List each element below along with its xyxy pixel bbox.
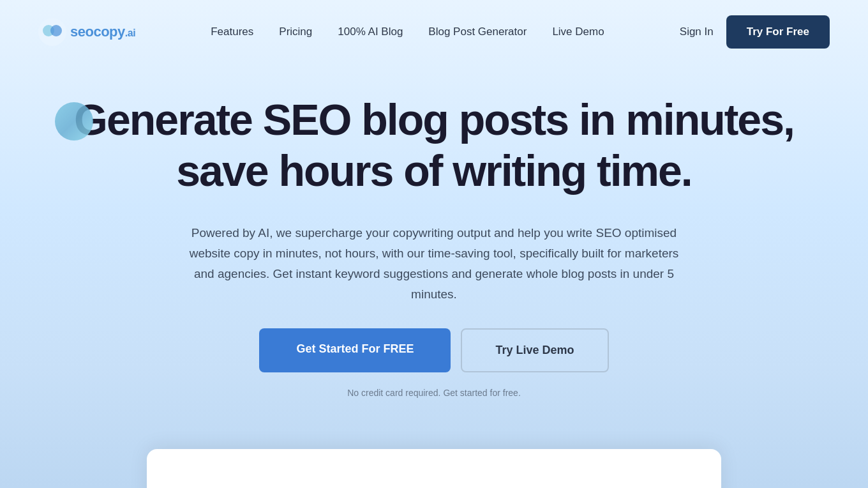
nav-link-live-demo[interactable]: Live Demo [552,26,604,38]
bottom-preview-area [0,449,868,488]
logo[interactable]: seocopy.ai [38,18,135,46]
try-live-demo-button[interactable]: Try Live Demo [461,328,608,372]
preview-card [147,449,721,488]
nav-item-ai-blog[interactable]: 100% AI Blog [338,26,403,38]
cta-buttons: Get Started For FREE Try Live Demo [51,328,817,372]
nav-link-features[interactable]: Features [211,26,253,38]
logo-text: seocopy.ai [70,24,135,40]
hero-section: Generate SEO blog posts in minutes, save… [0,64,868,449]
try-for-free-button[interactable]: Try For Free [726,15,830,49]
nav-item-live-demo[interactable]: Live Demo [552,26,604,38]
nav-link-ai-blog[interactable]: 100% AI Blog [338,26,403,38]
svg-point-2 [50,25,62,36]
hero-title-line2: save hours of writing time. [74,147,794,195]
hero-title-container: Generate SEO blog posts in minutes, save… [74,96,794,195]
nav-link-pricing[interactable]: Pricing [279,26,312,38]
nav-link-blog-post-generator[interactable]: Blog Post Generator [428,26,527,38]
nav-item-blog-post-generator[interactable]: Blog Post Generator [428,26,527,38]
credit-note: No credit card required. Get started for… [51,388,817,398]
hero-title-line1: Generate SEO blog posts in minutes, [74,96,794,144]
nav-item-pricing[interactable]: Pricing [279,26,312,38]
hero-description: Powered by AI, we supercharge your copyw… [185,223,683,305]
nav-links: Features Pricing 100% AI Blog Blog Post … [211,26,604,38]
nav-right: Sign In Try For Free [680,15,830,49]
logo-icon [38,18,66,46]
hero-heading: Generate SEO blog posts in minutes, save… [74,96,794,195]
nav-item-features[interactable]: Features [211,26,253,38]
sign-in-link[interactable]: Sign In [680,26,714,38]
hero-circle-decoration [55,102,93,141]
get-started-free-button[interactable]: Get Started For FREE [259,328,451,372]
navbar: seocopy.ai Features Pricing 100% AI Blog… [0,0,868,64]
